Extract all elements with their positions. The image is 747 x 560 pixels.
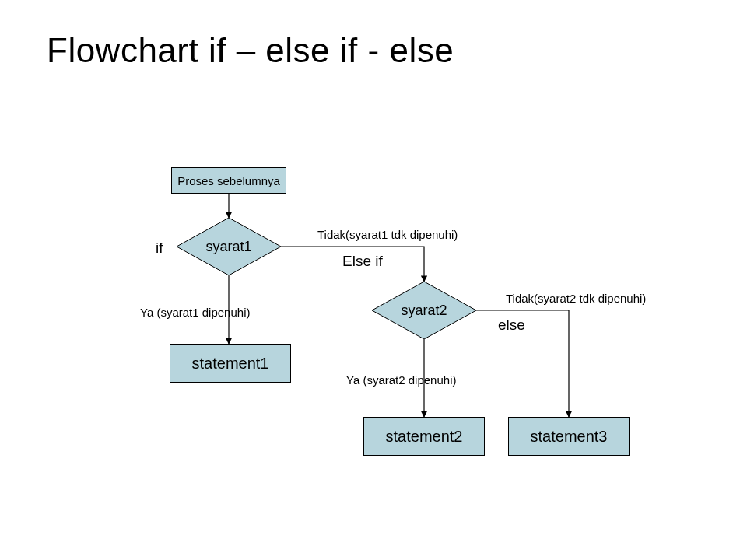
- no1-label: Tidak(syarat1 tdk dipenuhi): [317, 228, 458, 241]
- statement2-box: statement2: [363, 417, 485, 456]
- condition1-diamond: syarat1: [177, 218, 281, 275]
- yes1-label: Ya (syarat1 dipenuhi): [140, 306, 250, 319]
- connector-lines: [0, 0, 747, 560]
- no2-label: Tidak(syarat2 tdk dipenuhi): [506, 292, 646, 305]
- statement2-label: statement2: [386, 428, 463, 446]
- page-title: Flowchart if – else if - else: [47, 31, 454, 70]
- statement3-box: statement3: [508, 417, 630, 456]
- prev-process-box: Proses sebelumnya: [171, 167, 286, 194]
- flowchart-stage: Flowchart if – else if - else Proses seb…: [0, 0, 747, 560]
- condition2-label: syarat2: [372, 282, 476, 339]
- statement1-box: statement1: [170, 344, 291, 383]
- prev-process-label: Proses sebelumnya: [177, 174, 280, 187]
- statement1-label: statement1: [192, 355, 269, 373]
- else-label: else: [498, 317, 525, 334]
- if-label: if: [156, 240, 163, 257]
- yes2-label: Ya (syarat2 dipenuhi): [346, 373, 456, 387]
- statement3-label: statement3: [531, 428, 608, 446]
- condition1-label: syarat1: [177, 218, 281, 275]
- condition2-diamond: syarat2: [372, 282, 476, 339]
- elseif-label: Else if: [342, 253, 383, 270]
